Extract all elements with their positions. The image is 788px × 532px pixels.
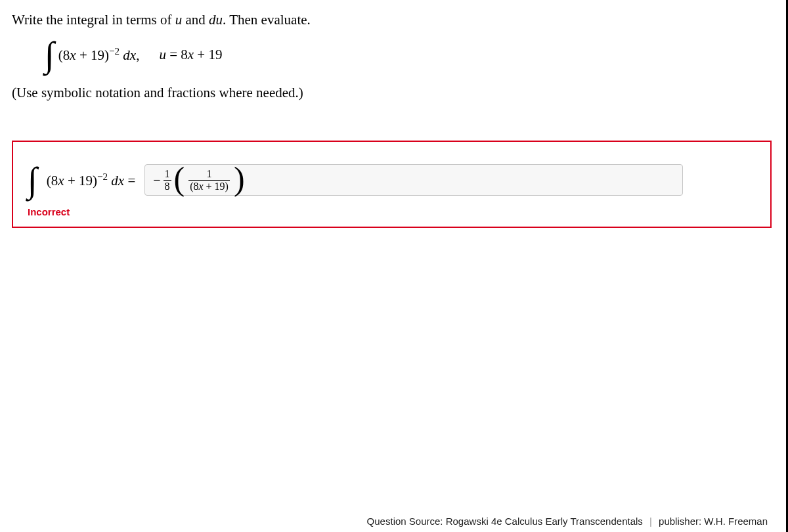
lhs-eq: = bbox=[124, 173, 135, 188]
inner-fraction: 1 (8x + 19) bbox=[188, 169, 230, 192]
integrand: (8x + 19)−2 dx, bbox=[58, 46, 140, 64]
close-paren-icon: ) bbox=[234, 171, 245, 187]
separator: | bbox=[649, 516, 652, 527]
integral-sign-icon: ∫ bbox=[45, 44, 55, 65]
feedback-label: Incorrect bbox=[28, 206, 756, 217]
substitution: u = 8x + 19 bbox=[159, 47, 222, 63]
coefficient-fraction: 1 8 bbox=[164, 169, 171, 192]
lhs-base: (8 bbox=[47, 173, 58, 188]
lhs-dx-x: x bbox=[118, 173, 124, 188]
coef-num: 1 bbox=[164, 169, 171, 180]
lhs-d: d bbox=[111, 173, 118, 188]
inner-den: (8x + 19) bbox=[188, 180, 230, 192]
answer-frame: ∫ (8x + 19)−2 dx = − 1 8 ( 1 (8x + 19) bbox=[12, 141, 772, 228]
prompt-post: . Then evaluate. bbox=[223, 12, 311, 28]
open-paren-icon: ( bbox=[174, 171, 185, 187]
integrand-d: d bbox=[123, 47, 130, 63]
prompt-du: du bbox=[209, 12, 223, 28]
inner-num: 1 bbox=[206, 169, 213, 180]
sub-u: u bbox=[159, 47, 166, 62]
comma: , bbox=[136, 47, 139, 63]
instruction-note: (Use symbolic notation and fractions whe… bbox=[12, 85, 772, 101]
footer-attribution: Question Source: Rogawski 4e Calculus Ea… bbox=[367, 516, 768, 527]
sub-tail: + 19 bbox=[194, 47, 222, 62]
integrand-after: + 19) bbox=[76, 47, 109, 63]
inner-den-x: x bbox=[198, 181, 203, 192]
source-value: Rogawski 4e Calculus Early Transcendenta… bbox=[446, 516, 643, 527]
sub-x: x bbox=[188, 47, 194, 62]
integrand-base: (8 bbox=[58, 47, 70, 63]
prompt-and: and bbox=[182, 12, 209, 28]
minus-sign: − bbox=[153, 173, 160, 188]
publisher-label: publisher: bbox=[659, 516, 704, 527]
integral-sign-icon: ∫ bbox=[28, 169, 37, 190]
inner-den-post: + 19) bbox=[204, 181, 229, 192]
lhs-x: x bbox=[58, 173, 64, 188]
publisher-value: W.H. Freeman bbox=[704, 516, 768, 527]
lhs-after: + 19) bbox=[64, 173, 97, 188]
answer-lhs: (8x + 19)−2 dx = bbox=[47, 171, 135, 189]
sub-eq: = 8 bbox=[166, 47, 188, 62]
source-label: Question Source: bbox=[367, 516, 446, 527]
answer-row: ∫ (8x + 19)−2 dx = − 1 8 ( 1 (8x + 19) bbox=[28, 164, 756, 196]
question-prompt: Write the integral in terms of u and du.… bbox=[12, 12, 772, 28]
question-page: Write the integral in terms of u and du.… bbox=[0, 0, 788, 532]
prompt-u: u bbox=[175, 12, 183, 28]
answer-input[interactable]: − 1 8 ( 1 (8x + 19) ) bbox=[144, 164, 683, 196]
prompt-pre: Write the integral in terms of bbox=[12, 12, 175, 28]
integrand-exp: −2 bbox=[109, 46, 120, 56]
lhs-exp: −2 bbox=[97, 171, 108, 182]
coef-den: 8 bbox=[164, 180, 171, 192]
integrand-x: x bbox=[70, 47, 76, 63]
inner-den-pre: (8 bbox=[190, 181, 198, 192]
integrand-dx-x: x bbox=[130, 47, 136, 63]
integral-expression: ∫ (8x + 19)−2 dx, u = 8x + 19 bbox=[45, 44, 772, 65]
